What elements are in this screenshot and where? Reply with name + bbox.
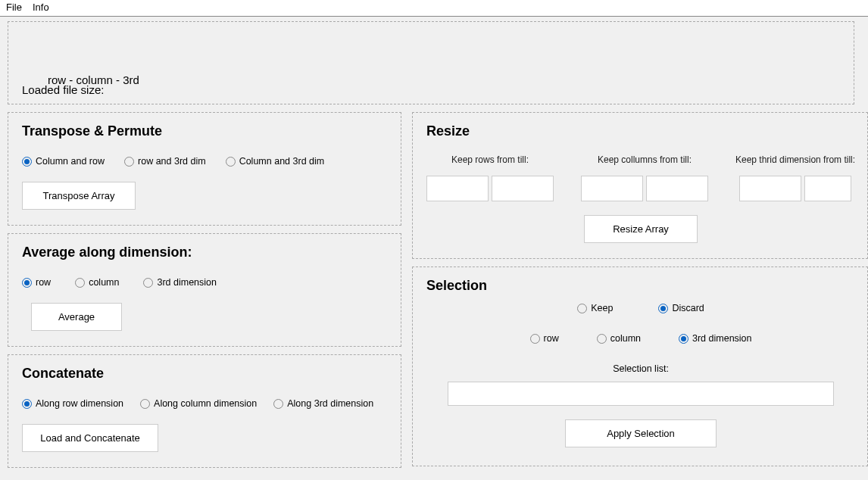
apply-selection-button[interactable]: Apply Selection bbox=[565, 419, 717, 447]
radio-label: Along 3rd dimension bbox=[287, 398, 373, 409]
radio-avg-row[interactable]: row bbox=[22, 277, 51, 288]
resize-button[interactable]: Resize Array bbox=[584, 215, 698, 243]
transpose-panel: Transpose & Permute Column and row row a… bbox=[8, 112, 401, 226]
keep-third-label: Keep thrid dimension from till: bbox=[735, 154, 855, 165]
radio-keep[interactable]: Keep bbox=[577, 303, 613, 313]
cols-till-input[interactable] bbox=[646, 176, 708, 201]
radio-icon bbox=[75, 278, 85, 288]
radio-concat-column[interactable]: Along column dimension bbox=[140, 398, 257, 409]
average-panel: Average along dimension: row column 3rd … bbox=[8, 233, 401, 347]
radio-icon bbox=[597, 334, 607, 344]
radio-label: Column and row bbox=[36, 156, 105, 167]
radio-icon bbox=[530, 334, 540, 344]
radio-icon bbox=[143, 278, 153, 288]
radio-icon bbox=[679, 334, 688, 344]
radio-avg-3rd[interactable]: 3rd dimension bbox=[143, 277, 217, 288]
radio-icon bbox=[22, 157, 32, 167]
radio-icon bbox=[140, 399, 150, 409]
radio-label: Column and 3rd dim bbox=[239, 156, 325, 167]
average-button[interactable]: Average bbox=[31, 303, 122, 331]
radio-label: row bbox=[544, 333, 559, 344]
concatenate-panel: Concatenate Along row dimension Along co… bbox=[8, 354, 401, 468]
radio-label: 3rd dimension bbox=[157, 277, 217, 288]
menu-info[interactable]: Info bbox=[33, 2, 49, 13]
radio-label: column bbox=[610, 333, 641, 344]
average-title: Average along dimension: bbox=[22, 245, 389, 260]
transpose-title: Transpose & Permute bbox=[22, 123, 389, 139]
radio-label: Along column dimension bbox=[154, 398, 257, 409]
radio-row-and-3rd[interactable]: row and 3rd dim bbox=[124, 156, 206, 167]
radio-column-and-row[interactable]: Column and row bbox=[22, 156, 105, 167]
selection-title: Selection bbox=[426, 278, 855, 294]
radio-icon bbox=[22, 278, 32, 288]
radio-icon bbox=[577, 304, 587, 313]
radio-discard[interactable]: Discard bbox=[658, 303, 704, 313]
radio-sel-row[interactable]: row bbox=[530, 333, 559, 344]
radio-column-and-3rd[interactable]: Column and 3rd dim bbox=[226, 156, 325, 167]
radio-icon bbox=[226, 157, 236, 167]
cols-from-input[interactable] bbox=[581, 176, 643, 201]
radio-icon bbox=[22, 399, 32, 409]
radio-sel-3rd[interactable]: 3rd dimension bbox=[679, 333, 752, 344]
rows-from-input[interactable] bbox=[426, 176, 489, 201]
radio-icon bbox=[273, 399, 283, 409]
radio-label: row bbox=[36, 277, 51, 288]
radio-concat-3rd[interactable]: Along 3rd dimension bbox=[273, 398, 373, 409]
resize-title: Resize bbox=[426, 123, 855, 139]
radio-avg-column[interactable]: column bbox=[75, 277, 119, 288]
resize-panel: Resize Keep rows from till: Keep collumn… bbox=[412, 112, 868, 259]
radio-label: Discard bbox=[672, 303, 704, 313]
radio-icon bbox=[658, 304, 668, 313]
selection-list-label: Selection list: bbox=[426, 363, 855, 374]
radio-label: Keep bbox=[591, 303, 613, 313]
selection-list-input[interactable] bbox=[448, 382, 834, 406]
third-till-input[interactable] bbox=[804, 176, 851, 201]
radio-sel-column[interactable]: column bbox=[597, 333, 641, 344]
transpose-button[interactable]: Transpose Array bbox=[22, 182, 136, 210]
radio-label: 3rd dimension bbox=[692, 333, 752, 344]
third-from-input[interactable] bbox=[739, 176, 801, 201]
concatenate-title: Concatenate bbox=[22, 366, 389, 382]
file-size-panel: row - column - 3rd Loaded file size: bbox=[8, 21, 854, 104]
concatenate-button[interactable]: Load and Concatenate bbox=[22, 424, 158, 452]
menu-file[interactable]: File bbox=[6, 2, 22, 13]
radio-icon bbox=[124, 157, 134, 167]
radio-concat-row[interactable]: Along row dimension bbox=[22, 398, 123, 409]
keep-cols-label: Keep collumns from till: bbox=[598, 154, 692, 165]
radio-label: column bbox=[89, 277, 119, 288]
rows-till-input[interactable] bbox=[492, 176, 554, 201]
loaded-file-size-label: Loaded file size: bbox=[22, 83, 104, 96]
menubar: File Info bbox=[0, 0, 868, 17]
keep-rows-label: Keep rows from till: bbox=[451, 154, 529, 165]
radio-label: row and 3rd dim bbox=[138, 156, 206, 167]
selection-panel: Selection Keep Discard row bbox=[412, 266, 868, 466]
radio-label: Along row dimension bbox=[36, 398, 123, 409]
